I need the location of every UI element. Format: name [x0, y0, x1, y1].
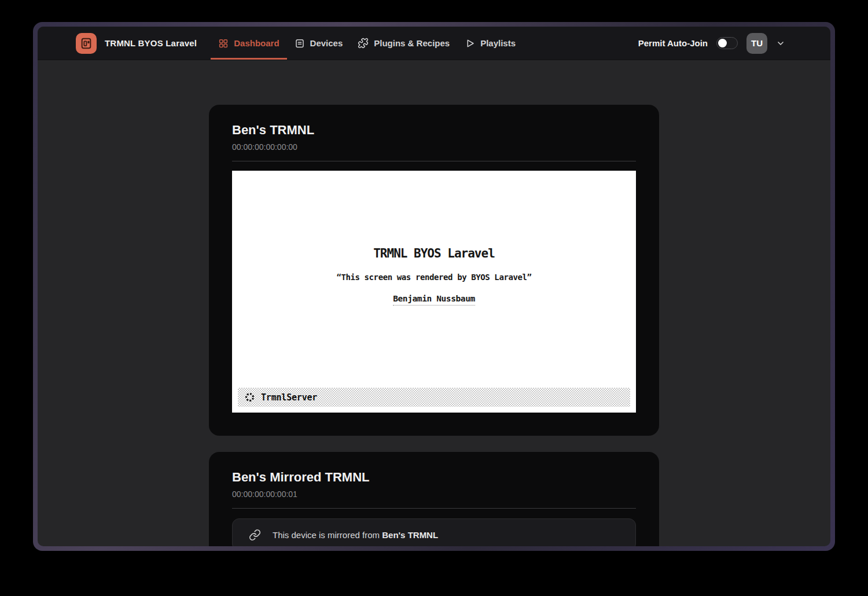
- toggle-knob: [718, 39, 727, 47]
- nav-label: Dashboard: [234, 38, 279, 48]
- screen-quote: “This screen was rendered by BYOS Larave…: [232, 273, 636, 282]
- device-card-bens-mirrored-trmnl: Ben's Mirrored TRMNL 00:00:00:00:00:01 T…: [209, 452, 659, 546]
- permit-auto-join-toggle[interactable]: [716, 37, 738, 49]
- app-window-frame: TRMNL BYOS Laravel Dashboard: [33, 22, 835, 551]
- play-icon: [465, 38, 475, 49]
- device-card-bens-trmnl: Ben's TRMNL 00:00:00:00:00:00 TRMNL BYOS…: [209, 105, 659, 436]
- divider: [232, 508, 636, 509]
- dashboard-content: Ben's TRMNL 00:00:00:00:00:00 TRMNL BYOS…: [38, 60, 830, 546]
- top-navbar: TRMNL BYOS Laravel Dashboard: [38, 27, 830, 60]
- nav-item-plugins-recipes[interactable]: Plugins & Recipes: [350, 27, 457, 60]
- trmnl-logo-icon: [76, 33, 97, 54]
- mirror-note-prefix: This device is mirrored from: [273, 530, 382, 540]
- nav-items: Dashboard Devices: [211, 27, 523, 60]
- device-name: Ben's Mirrored TRMNL: [232, 470, 636, 485]
- dashboard-grid-icon: [218, 38, 229, 49]
- nav-item-devices[interactable]: Devices: [287, 27, 351, 60]
- screen-footer-label: TrmnlServer: [261, 392, 317, 403]
- app-title: TRMNL BYOS Laravel: [105, 38, 197, 48]
- app-window: TRMNL BYOS Laravel Dashboard: [38, 27, 830, 546]
- nav-label: Devices: [310, 38, 343, 48]
- device-mac-address: 00:00:00:00:00:01: [232, 490, 636, 499]
- device-mac-address: 00:00:00:00:00:00: [232, 142, 636, 152]
- chevron-down-icon[interactable]: [776, 39, 785, 48]
- nav-item-dashboard[interactable]: Dashboard: [211, 27, 286, 60]
- puzzle-icon: [358, 38, 369, 49]
- user-avatar[interactable]: TU: [746, 33, 767, 54]
- device-name: Ben's TRMNL: [232, 123, 636, 138]
- nav-label: Playlists: [480, 38, 516, 48]
- screen-author-row: Benjamin Nussbaum: [232, 293, 636, 306]
- device-screen-preview: TRMNL BYOS Laravel “This screen was rend…: [232, 171, 636, 413]
- nav-label: Plugins & Recipes: [374, 38, 450, 48]
- screen-footer-bar: TrmnlServer: [238, 388, 630, 407]
- navbar-right-controls: Permit Auto-Join TU: [638, 33, 785, 54]
- devices-icon: [295, 38, 305, 49]
- brand-link[interactable]: TRMNL BYOS Laravel: [76, 33, 197, 54]
- divider: [232, 161, 636, 161]
- mirror-info-box: This device is mirrored from Ben's TRMNL: [232, 518, 636, 546]
- permit-auto-join-label: Permit Auto-Join: [638, 38, 708, 48]
- mirror-note-text: This device is mirrored from Ben's TRMNL: [273, 530, 438, 540]
- spinner-icon: [244, 392, 255, 403]
- mirror-note-source: Ben's TRMNL: [382, 530, 438, 540]
- nav-item-playlists[interactable]: Playlists: [457, 27, 523, 60]
- screen-title: TRMNL BYOS Laravel: [232, 171, 636, 260]
- link-icon: [249, 529, 261, 541]
- screen-author: Benjamin Nussbaum: [393, 294, 475, 306]
